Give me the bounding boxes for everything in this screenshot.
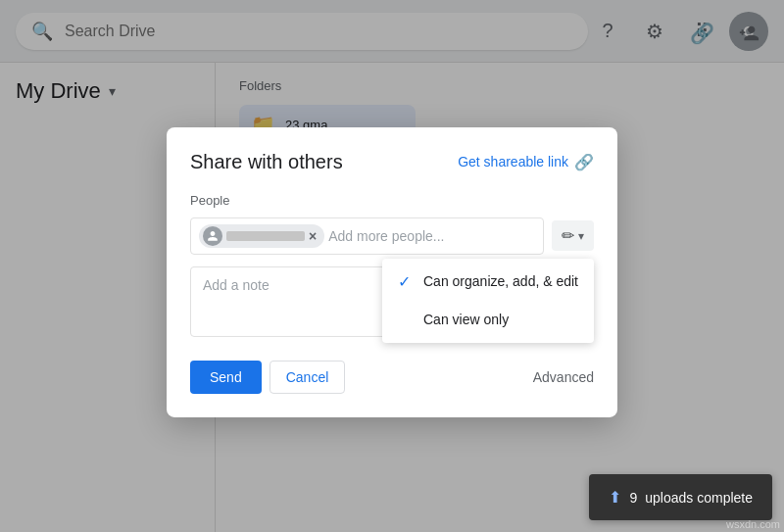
people-chips-input[interactable]: × xyxy=(190,217,544,254)
perm-option-organize-label: Can organize, add, & edit xyxy=(423,273,578,289)
chip-avatar xyxy=(203,225,222,245)
permission-dropdown: ✓ Can organize, add, & edit ✓ Can view o… xyxy=(382,258,594,342)
shareable-link-label: Get shareable link xyxy=(458,154,568,169)
toast-message: uploads complete xyxy=(645,490,753,506)
person-chip[interactable]: × xyxy=(199,223,324,247)
cancel-button[interactable]: Cancel xyxy=(270,360,346,393)
dialog-title: Share with others xyxy=(190,150,343,172)
permission-button[interactable]: ✏ ▾ xyxy=(552,220,594,251)
link-icon: 🔗 xyxy=(574,152,594,170)
share-dialog: Share with others Get shareable link 🔗 P… xyxy=(167,126,617,416)
dialog-header: Share with others Get shareable link 🔗 xyxy=(190,150,594,172)
uploads-toast: ⬆ 9 uploads complete xyxy=(589,474,772,520)
perm-option-view-label: Can view only xyxy=(423,312,509,327)
people-input-row: × ✏ ▾ ✓ Can organize, add, & edit ✓ Can … xyxy=(190,217,594,254)
dialog-footer: Send Cancel Advanced xyxy=(190,360,594,393)
people-label: People xyxy=(190,192,594,207)
pencil-icon: ✏ xyxy=(562,226,574,245)
toast-count: 9 xyxy=(629,490,637,506)
permission-caret-icon: ▾ xyxy=(578,228,584,242)
footer-actions-left: Send Cancel xyxy=(190,360,345,393)
chip-close-icon[interactable]: × xyxy=(309,227,317,243)
watermark: wsxdn.com xyxy=(722,516,784,532)
advanced-button[interactable]: Advanced xyxy=(533,368,594,384)
check-icon: ✓ xyxy=(398,271,414,290)
perm-option-organize[interactable]: ✓ Can organize, add, & edit xyxy=(382,262,594,300)
get-shareable-link-button[interactable]: Get shareable link 🔗 xyxy=(458,152,594,170)
add-more-input[interactable] xyxy=(328,227,535,243)
send-button[interactable]: Send xyxy=(190,360,262,393)
chip-name-blur xyxy=(226,230,305,240)
toast-icon: ⬆ xyxy=(609,488,621,507)
perm-option-view[interactable]: ✓ Can view only xyxy=(382,300,594,338)
